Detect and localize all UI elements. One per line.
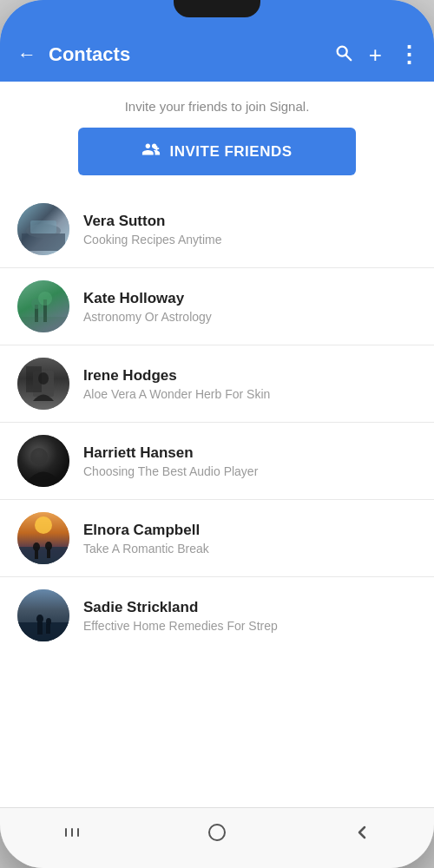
- main-content: Invite your friends to join Signal. INVI…: [0, 82, 434, 807]
- svg-rect-11: [17, 317, 69, 332]
- contact-name: Elnora Campbell: [83, 522, 417, 539]
- avatar-irene: [17, 358, 69, 410]
- page-title: Contacts: [49, 43, 326, 66]
- svg-rect-33: [77, 828, 79, 837]
- contact-item-kate[interactable]: Kate Holloway Astronomy Or Astrology: [0, 268, 434, 345]
- contact-item-elnora[interactable]: Elnora Campbell Take A Romantic Break: [0, 500, 434, 577]
- contact-info-sadie: Sadie Strickland Effective Home Remedies…: [83, 599, 417, 633]
- svg-rect-26: [17, 622, 69, 641]
- phone-frame: ← Contacts + ⋮ Invite your friends to jo…: [0, 0, 434, 868]
- contact-item-vera[interactable]: Vera Sutton Cooking Recipes Anytime: [0, 191, 434, 268]
- avatar-kate: [17, 280, 69, 332]
- svg-point-10: [38, 292, 52, 306]
- svg-line-1: [345, 55, 351, 60]
- header-actions: + ⋮: [334, 43, 420, 67]
- svg-rect-30: [46, 624, 50, 634]
- contact-item-irene[interactable]: Irene Hodges Aloe Vera A Wonder Herb For…: [0, 345, 434, 423]
- bottom-nav: [0, 807, 434, 868]
- contact-info-irene: Irene Hodges Aloe Vera A Wonder Herb For…: [83, 367, 417, 401]
- svg-point-19: [35, 516, 52, 534]
- contact-name: Vera Sutton: [83, 213, 417, 230]
- notch: [174, 0, 260, 17]
- contact-status: Cooking Recipes Anytime: [83, 233, 417, 247]
- svg-rect-22: [35, 550, 38, 559]
- svg-point-23: [45, 542, 52, 550]
- invite-button-icon: [141, 140, 161, 163]
- nav-home-icon[interactable]: [188, 814, 246, 856]
- svg-rect-32: [71, 828, 73, 837]
- contact-status: Astronomy Or Astrology: [83, 310, 417, 324]
- svg-rect-31: [65, 828, 67, 837]
- svg-point-17: [30, 448, 48, 465]
- contact-name: Sadie Strickland: [83, 599, 417, 616]
- contact-info-vera: Vera Sutton Cooking Recipes Anytime: [83, 213, 417, 247]
- contact-status: Aloe Vera A Wonder Herb For Skin: [83, 387, 417, 401]
- nav-back-icon[interactable]: [334, 815, 390, 855]
- svg-rect-20: [17, 547, 69, 564]
- contact-info-harriett: Harriett Hansen Choosing The Best Audio …: [83, 444, 417, 478]
- contact-list: Vera Sutton Cooking Recipes Anytime: [0, 184, 434, 807]
- svg-rect-15: [26, 366, 42, 392]
- contact-name: Kate Holloway: [83, 290, 417, 307]
- svg-rect-28: [37, 622, 43, 635]
- invite-description: Invite your friends to join Signal.: [125, 99, 310, 114]
- avatar-elnora: [17, 512, 69, 564]
- add-contact-icon[interactable]: +: [369, 43, 382, 66]
- svg-point-27: [36, 615, 43, 623]
- contact-status: Effective Home Remedies For Strep: [83, 619, 417, 633]
- invite-button-label: INVITE FRIENDS: [169, 143, 292, 161]
- svg-point-29: [46, 618, 51, 625]
- contact-name: Harriett Hansen: [83, 444, 417, 462]
- back-button[interactable]: ←: [14, 40, 40, 69]
- search-icon[interactable]: [334, 43, 353, 67]
- contact-item-harriett[interactable]: Harriett Hansen Choosing The Best Audio …: [0, 423, 434, 500]
- avatar-harriett: [17, 435, 69, 487]
- invite-friends-button[interactable]: INVITE FRIENDS: [78, 128, 356, 175]
- invite-section: Invite your friends to join Signal. INVI…: [0, 82, 434, 184]
- avatar-vera: [17, 203, 69, 255]
- contact-status: Take A Romantic Break: [83, 542, 417, 556]
- svg-rect-24: [47, 549, 50, 558]
- contact-item-sadie[interactable]: Sadie Strickland Effective Home Remedies…: [0, 577, 434, 654]
- svg-rect-5: [30, 220, 56, 233]
- notch-bar: [0, 0, 434, 31]
- avatar-sadie: [17, 589, 69, 641]
- contact-name: Irene Hodges: [83, 367, 417, 385]
- more-options-icon[interactable]: ⋮: [398, 43, 420, 66]
- svg-point-21: [33, 542, 40, 551]
- contact-info-elnora: Elnora Campbell Take A Romantic Break: [83, 522, 417, 556]
- svg-rect-34: [209, 825, 225, 840]
- contact-status: Choosing The Best Audio Player: [83, 464, 417, 478]
- contact-info-kate: Kate Holloway Astronomy Or Astrology: [83, 290, 417, 324]
- nav-menu-icon[interactable]: [44, 815, 100, 855]
- app-header: ← Contacts + ⋮: [0, 31, 434, 82]
